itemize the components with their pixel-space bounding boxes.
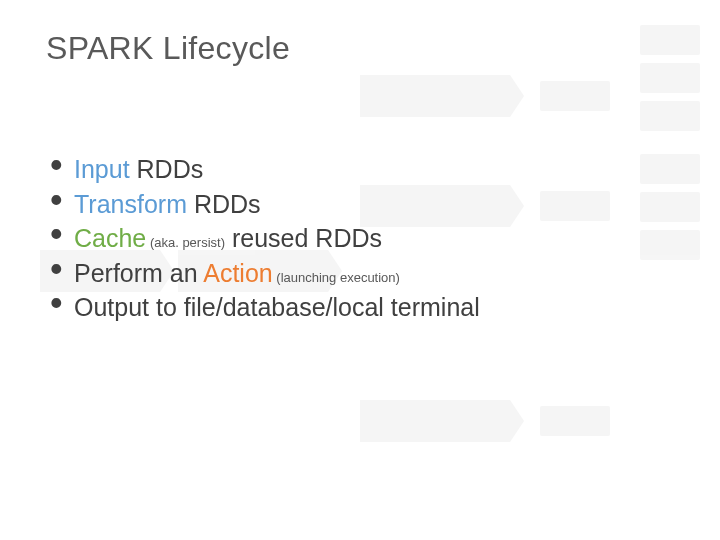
bullet-item: Cache (aka. persist) reused RDDs [46,221,480,256]
keyword-cache: Cache [74,224,146,252]
bg-rdd-label: RDD [540,406,610,436]
bg-action-label: Action [640,101,700,131]
bg-action-label: Action [640,63,700,93]
bg-action-label: Action [640,230,700,260]
bullet-text: RDDs [187,190,261,218]
bg-rdd-label: RDD [540,191,610,221]
bullet-item: Transform RDDs [46,187,480,222]
bg-action-node: Action [640,154,700,184]
bullet-text: Perform an [74,259,203,287]
bullet-item: Input RDDs [46,152,480,187]
bg-action-node: Action [640,192,700,222]
bg-rdd-node: RDD [540,406,610,436]
slide: Input Transform Transform RDD Action Act… [0,0,720,540]
bg-action-node: Action [640,25,700,55]
keyword-transform: Transform [74,190,187,218]
bullet-note: (aka. persist) [146,235,225,250]
bg-rdd-node: RDD [540,81,610,111]
bg-rdd-node: RDD [540,191,610,221]
bg-action-node: Action [640,63,700,93]
page-title: SPARK Lifecycle [46,30,290,67]
bg-action-node: Action [640,230,700,260]
keyword-input: Input [74,155,130,183]
bullet-text: RDDs [130,155,204,183]
bg-transform-chevron: Transform [360,75,510,117]
bg-transform-label: Transform [360,400,510,442]
bullet-item: Output to file/database/local terminal [46,290,480,325]
bullet-text: Output to file/database/local terminal [74,293,480,321]
bg-transform-label: Transform [360,75,510,117]
bullet-note: (launching execution) [273,270,400,285]
bullet-list: Input RDDs Transform RDDs Cache (aka. pe… [46,152,480,325]
bullet-item: Perform an Action (launching execution) [46,256,480,291]
bg-action-label: Action [640,25,700,55]
bg-transform-chevron: Transform [360,400,510,442]
bullet-text: reused RDDs [225,224,382,252]
bg-rdd-label: RDD [540,81,610,111]
bg-action-label: Action [640,192,700,222]
bg-action-label: Action [640,154,700,184]
bg-action-node: Action [640,101,700,131]
keyword-action: Action [203,259,272,287]
